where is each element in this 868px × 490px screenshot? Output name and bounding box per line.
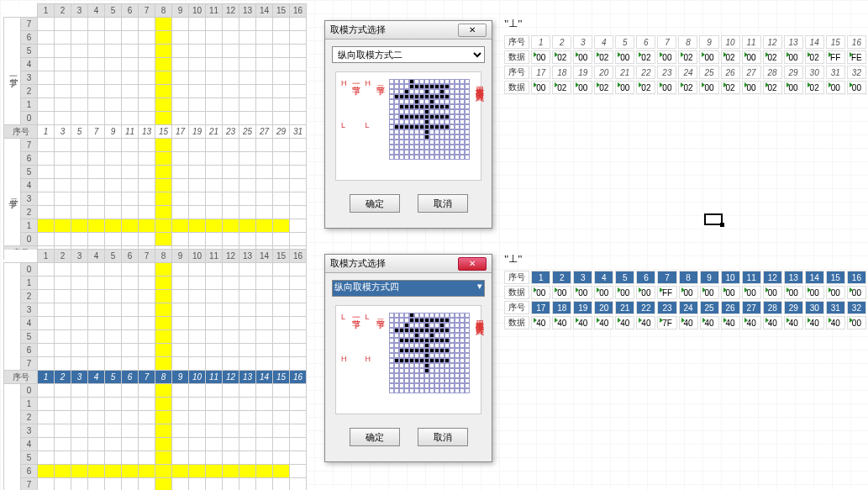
- pixel-grid-top: 12345678910111213141516字节一76543210序号1357…: [3, 3, 307, 260]
- pixel-preview-grid: [389, 313, 470, 393]
- active-cell-cursor[interactable]: [704, 213, 723, 225]
- ok-button[interactable]: 确定: [350, 194, 400, 213]
- dialog-titlebar[interactable]: 取模方式选择 ✕: [325, 255, 492, 273]
- glyph-label: "⊥": [504, 252, 523, 266]
- mode-dialog-top: 取模方式选择 ✕ 纵向取模方式二 HL 字节一 HL 字节二 采用字节高位在前方…: [324, 20, 492, 229]
- mode-description: 采用字节高位在前方式: [473, 79, 485, 87]
- mode-select[interactable]: 纵向取模方式二: [332, 46, 485, 63]
- pixel-preview-grid: [389, 79, 470, 160]
- dialog-title-text: 取模方式选择: [330, 24, 386, 36]
- byte-data-table-bottom: 序号12345678910111213141516数据000000000000F…: [502, 269, 868, 331]
- mode-description: 采用字节低位在前方式: [473, 313, 485, 321]
- glyph-label: "⊥": [504, 17, 523, 30]
- mode-select[interactable]: 纵向取模方式四▾: [332, 280, 485, 297]
- ok-button[interactable]: 确定: [350, 428, 400, 446]
- close-icon[interactable]: ✕: [458, 257, 487, 271]
- close-icon[interactable]: ✕: [458, 24, 487, 37]
- bitmap-preview: LH 字节一 LH 字节二 采用字节低位在前方式: [335, 305, 481, 414]
- dialog-title-text: 取模方式选择: [330, 257, 386, 270]
- cancel-button[interactable]: 取消: [418, 428, 468, 446]
- byte-data-table-top: 序号12345678910111213141516数据0002000200020…: [502, 34, 868, 96]
- cancel-button[interactable]: 取消: [418, 194, 468, 213]
- mode-dialog-bottom: 取模方式选择 ✕ 纵向取模方式四▾ LH 字节一 LH 字节二 采用字节低位在前…: [324, 254, 492, 462]
- bitmap-preview: HL 字节一 HL 字节二 采用字节高位在前方式: [335, 71, 481, 181]
- dialog-titlebar[interactable]: 取模方式选择 ✕: [325, 21, 492, 40]
- pixel-grid-bottom: 12345678910111213141516 01234567序号123456…: [3, 249, 307, 490]
